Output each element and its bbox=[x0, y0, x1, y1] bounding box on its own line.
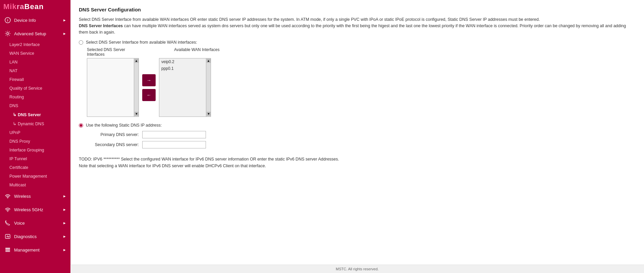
selected-dns-listbox[interactable]: ▲ ▼ bbox=[87, 58, 139, 117]
management-icon bbox=[4, 246, 11, 254]
footer: MSTC. All rights reserved. bbox=[70, 265, 644, 273]
todo-text-line2: Note that selecting a WAN interface for … bbox=[79, 163, 636, 169]
sidebar-item-voice[interactable]: Voice ► bbox=[0, 216, 70, 230]
sidebar-item-wireless-5ghz[interactable]: Wireless 5GHz ► bbox=[0, 203, 70, 216]
arrow-buttons-group: → ← bbox=[142, 74, 156, 101]
sidebar: MikraBean i Device Info ► Advanced Setup… bbox=[0, 0, 70, 273]
chevron-right-icon: ► bbox=[63, 18, 66, 22]
radio-row-static: Use the following Static DNS IP address: bbox=[79, 123, 636, 128]
sidebar-item-device-info[interactable]: i Device Info ► bbox=[0, 13, 70, 27]
gear-icon bbox=[4, 30, 11, 37]
description-p2: DNS Server Interfaces can have multiple … bbox=[79, 23, 636, 36]
sidebar-item-certificate[interactable]: Certificate bbox=[0, 163, 70, 172]
sidebar-item-management[interactable]: Management ► bbox=[0, 243, 70, 257]
description-block: Select DNS Server Interface from availab… bbox=[79, 16, 636, 35]
listbox-scrollbar-available: ▲ ▼ bbox=[206, 58, 211, 117]
sidebar-item-diagnostics[interactable]: Diagnostics ► bbox=[0, 230, 70, 243]
sidebar-item-routing[interactable]: Routing bbox=[0, 93, 70, 101]
radio-static-label[interactable]: Use the following Static DNS IP address: bbox=[86, 123, 162, 128]
available-wan-listbox[interactable]: veip0.2 ppp0.1 ▲ ▼ bbox=[159, 58, 211, 117]
primary-dns-row: Primary DNS server: bbox=[87, 131, 636, 138]
main-area: DNS Server Configuration Select DNS Serv… bbox=[70, 0, 644, 273]
sidebar-item-upnp[interactable]: UPnP bbox=[0, 128, 70, 137]
sidebar-item-ip-tunnel[interactable]: IP Tunnel bbox=[0, 154, 70, 163]
wan-select-area: Selected DNS Server Interfaces Available… bbox=[87, 47, 636, 117]
list-item-veip[interactable]: veip0.2 bbox=[159, 58, 211, 65]
secondary-dns-input[interactable] bbox=[142, 141, 206, 148]
sidebar-item-interface-grouping[interactable]: Interface Grouping bbox=[0, 146, 70, 154]
radio-wan-interface[interactable] bbox=[79, 40, 83, 45]
chevron-right-icon-diagnostics: ► bbox=[63, 234, 66, 238]
sidebar-label-device-info: Device Info bbox=[14, 18, 36, 23]
description-p1: Select DNS Server Interface from availab… bbox=[79, 16, 636, 23]
svg-rect-6 bbox=[5, 248, 10, 249]
sidebar-label-management: Management bbox=[14, 247, 40, 253]
scroll-down-arrow[interactable]: ▼ bbox=[135, 112, 139, 116]
scroll-down-arrow-avail[interactable]: ▼ bbox=[207, 112, 211, 116]
sidebar-item-lan[interactable]: LAN bbox=[0, 58, 70, 66]
logo-text: MikraBean bbox=[3, 2, 44, 11]
sidebar-item-dns-server[interactable]: ↳DNS Server bbox=[0, 110, 70, 119]
sidebar-item-dynamic-dns[interactable]: ↳Dynamic DNS bbox=[0, 119, 70, 128]
diagnostics-icon bbox=[4, 233, 11, 240]
wireless-5ghz-icon bbox=[4, 206, 11, 213]
wireless-icon bbox=[4, 192, 11, 200]
arrow-subitem-icon: ↳ bbox=[13, 112, 16, 117]
primary-dns-input[interactable] bbox=[142, 131, 206, 138]
sidebar-item-advanced-setup[interactable]: Advanced Setup ► bbox=[0, 27, 70, 40]
static-dns-section: Use the following Static DNS IP address:… bbox=[79, 123, 636, 148]
dns-fields-area: Primary DNS server: Secondary DNS server… bbox=[87, 131, 636, 148]
sidebar-item-wireless[interactable]: Wireless ► bbox=[0, 189, 70, 203]
sidebar-item-quality-of-service[interactable]: Quality of Service bbox=[0, 84, 70, 93]
chevron-right-icon-wireless: ► bbox=[63, 194, 66, 198]
sidebar-item-dns[interactable]: DNS bbox=[0, 101, 70, 110]
secondary-dns-row: Secondary DNS server: bbox=[87, 141, 636, 148]
dns-interfaces-bold: DNS Server Interfaces bbox=[79, 24, 123, 28]
description-p2-rest: can have multiple WAN interfaces served … bbox=[79, 24, 626, 35]
sidebar-item-multicast[interactable]: Multicast bbox=[0, 181, 70, 189]
page-title: DNS Server Configuration bbox=[79, 7, 636, 12]
svg-point-2 bbox=[7, 33, 9, 35]
scroll-up-arrow[interactable]: ▲ bbox=[135, 59, 139, 63]
radio-wan-label[interactable]: Select DNS Server Interface from availab… bbox=[86, 40, 197, 45]
radio-static-dns[interactable] bbox=[79, 123, 83, 128]
primary-dns-label: Primary DNS server: bbox=[87, 132, 142, 137]
logo-area: MikraBean bbox=[0, 0, 70, 13]
sidebar-item-power-management[interactable]: Power Management bbox=[0, 172, 70, 181]
sidebar-item-layer2-interface[interactable]: Layer2 Interface bbox=[0, 40, 70, 49]
svg-text:i: i bbox=[7, 18, 8, 22]
info-icon: i bbox=[4, 16, 11, 24]
sidebar-item-nat[interactable]: NAT bbox=[0, 66, 70, 75]
sidebar-label-voice: Voice bbox=[14, 221, 25, 226]
secondary-dns-label: Secondary DNS server: bbox=[87, 142, 142, 147]
sidebar-item-wan-service[interactable]: WAN Service bbox=[0, 49, 70, 58]
listbox-row: ▲ ▼ → ← veip0.2 ppp0.1 ▲ bbox=[87, 58, 636, 117]
chevron-right-icon-wireless5ghz: ► bbox=[63, 208, 66, 212]
chevron-right-icon-management: ► bbox=[63, 248, 66, 252]
voice-icon bbox=[4, 219, 11, 227]
scroll-up-arrow-avail[interactable]: ▲ bbox=[207, 59, 211, 63]
sidebar-label-wireless: Wireless bbox=[14, 194, 31, 199]
content-area: DNS Server Configuration Select DNS Serv… bbox=[70, 0, 644, 265]
chevron-right-icon: ► bbox=[63, 32, 66, 36]
available-wan-label: Available WAN Interfaces bbox=[174, 47, 219, 57]
column-labels-row: Selected DNS Server Interfaces Available… bbox=[87, 47, 636, 57]
svg-rect-7 bbox=[5, 249, 10, 251]
svg-point-3 bbox=[7, 198, 8, 198]
arrow-subitem-icon2: ↳ bbox=[13, 122, 16, 126]
chevron-right-icon-voice: ► bbox=[63, 221, 66, 225]
sidebar-label-diagnostics: Diagnostics bbox=[14, 234, 37, 239]
sidebar-item-dns-proxy[interactable]: DNS Proxy bbox=[0, 137, 70, 146]
sidebar-label-wireless-5ghz: Wireless 5GHz bbox=[14, 207, 43, 212]
listbox-scrollbar: ▲ ▼ bbox=[134, 58, 139, 117]
radio-section-wan: Select DNS Server Interface from availab… bbox=[79, 40, 636, 117]
list-item-ppp[interactable]: ppp0.1 bbox=[159, 65, 211, 72]
svg-rect-8 bbox=[5, 251, 10, 252]
radio-row-wan: Select DNS Server Interface from availab… bbox=[79, 40, 636, 45]
move-left-button[interactable]: ← bbox=[142, 89, 156, 101]
move-right-button[interactable]: → bbox=[142, 74, 156, 86]
todo-section: TODO: IPV6 ********** Select the configu… bbox=[79, 156, 636, 169]
sidebar-item-firewall[interactable]: Firewall bbox=[0, 75, 70, 84]
sidebar-label-advanced-setup: Advanced Setup bbox=[14, 31, 46, 36]
todo-text-line1: TODO: IPV6 ********** Select the configu… bbox=[79, 156, 636, 163]
